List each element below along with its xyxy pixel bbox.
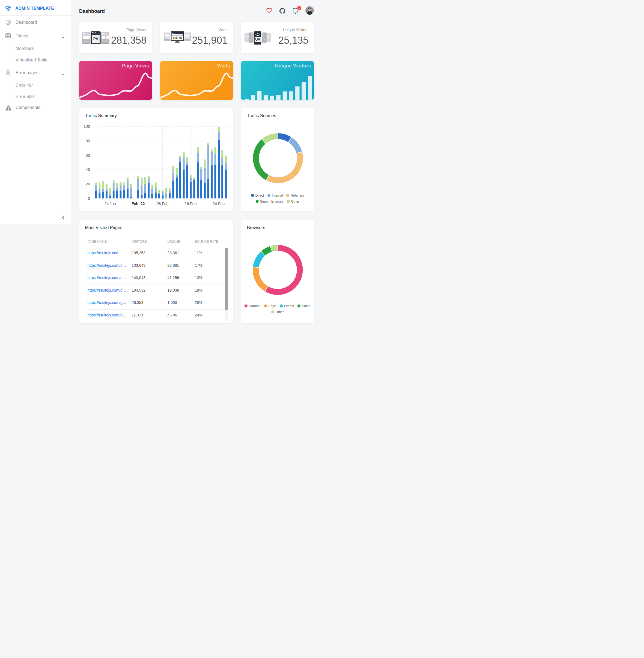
svg-text:24 Feb: 24 Feb: [213, 201, 225, 206]
svg-text:100: 100: [84, 124, 90, 129]
svg-text:80: 80: [86, 138, 90, 143]
svg-text:0: 0: [88, 196, 90, 200]
svg-text:08 Feb: 08 Feb: [157, 201, 169, 206]
svg-text:24 Jan: 24 Jan: [104, 201, 116, 206]
svg-text:Feb ’22: Feb ’22: [132, 201, 145, 206]
svg-text:16 Feb: 16 Feb: [185, 201, 197, 206]
svg-text:20: 20: [86, 181, 90, 186]
svg-text:60: 60: [86, 153, 90, 157]
svg-text:40: 40: [86, 167, 90, 172]
